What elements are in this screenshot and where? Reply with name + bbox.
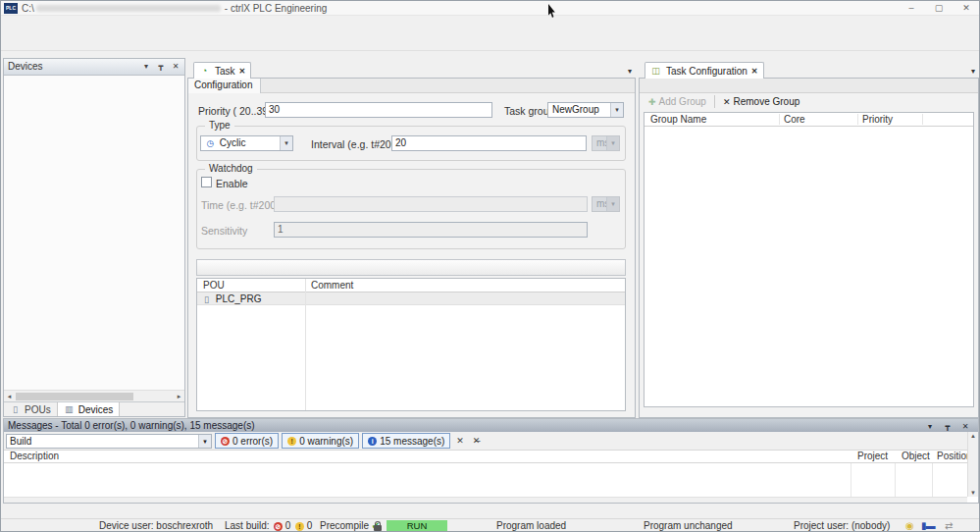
notification-bulb-icon[interactable]: ◉	[905, 520, 914, 531]
devices-tree	[4, 76, 184, 389]
panel-dropdown-icon[interactable]: ▾	[139, 61, 153, 73]
app-icon: PLC	[4, 3, 18, 14]
menu-bar	[1, 16, 979, 29]
error-icon: ⊘	[221, 437, 230, 446]
info-icon: i	[368, 437, 377, 446]
core-column-header[interactable]: Core	[780, 114, 858, 125]
watchdog-legend: Watchdog	[205, 163, 257, 174]
editor-tab-task[interactable]: ◔ Task ✕	[193, 62, 251, 79]
title-path-prefix: C:\	[22, 3, 34, 14]
ctrlx-plc-engineering-window: PLC C:\- ctrlX PLC Engineering – ▢ ✕ Dev…	[0, 0, 980, 532]
window-title: C:\- ctrlX PLC Engineering	[22, 3, 327, 14]
comment-column-header[interactable]: Comment	[311, 279, 353, 292]
watchdog-enable-label: Enable	[216, 178, 248, 189]
messages-panel: Messages - Total 0 error(s), 0 warning(s…	[3, 418, 979, 504]
message-category-combo[interactable]: Build ▾	[6, 434, 212, 449]
watchdog-time-input	[274, 196, 588, 212]
editor-subtab-strip: Configuration	[188, 79, 635, 93]
remove-group-button[interactable]: ✕Remove Group	[718, 96, 804, 107]
sensitivity-label: Sensitivity	[201, 225, 247, 237]
project-column-header[interactable]: Project	[857, 451, 888, 462]
devices-hscrollbar[interactable]: ◂ ▸	[4, 390, 184, 401]
status-bar: Device user: boschrexroth Last build: ⊘ …	[1, 518, 979, 532]
priority-column-header[interactable]: Priority	[858, 114, 923, 125]
task-configuration-panel: ✚Add Group ✕Remove Group Group Name Core…	[639, 78, 979, 418]
priority-input[interactable]: 30	[265, 102, 492, 118]
close-button[interactable]: ✕	[954, 1, 979, 16]
chevron-down-icon[interactable]: ▾	[280, 136, 292, 150]
watchdog-enable-checkbox[interactable]	[201, 177, 212, 187]
warnings-filter-button[interactable]: !0 warning(s)	[282, 433, 359, 449]
tab-close-icon[interactable]: ✕	[239, 67, 246, 76]
messages-vscrollbar[interactable]: ▲ ▼	[967, 432, 978, 497]
lock-icon	[374, 525, 382, 531]
scroll-up-icon[interactable]: ▲	[970, 433, 976, 439]
main-toolbar	[1, 29, 979, 51]
chevron-down-icon[interactable]: ▾	[198, 435, 211, 448]
scroll-right-icon[interactable]: ▸	[174, 392, 184, 401]
last-build-label: Last build:	[225, 520, 270, 531]
group-name-column-header[interactable]: Group Name	[645, 114, 780, 125]
scroll-left-icon[interactable]: ◂	[4, 392, 15, 401]
errors-filter-button[interactable]: ⊘0 error(s)	[215, 433, 279, 449]
clock-icon: ◷	[205, 136, 216, 150]
messages-filter-button[interactable]: i15 message(s)	[362, 433, 450, 449]
devices-tab-icon: ▥	[64, 404, 75, 414]
editor-tab-list-dropdown-icon[interactable]: ▾	[628, 67, 632, 76]
program-unchanged-status: Program unchanged	[644, 520, 733, 531]
clear-all-messages-icon[interactable]: ✕̶	[470, 436, 484, 446]
warning-icon: !	[287, 437, 296, 446]
interval-input[interactable]: 20	[391, 135, 587, 151]
pou-column-header[interactable]: POU	[203, 279, 225, 292]
connection-icon: ▮▬	[921, 520, 935, 531]
tab-list-dropdown-icon[interactable]: ▾	[971, 67, 975, 76]
program-loaded-status: Program loaded	[496, 520, 566, 531]
sensitivity-input[interactable]: 1	[274, 222, 588, 238]
tab-close-icon[interactable]: ✕	[751, 67, 758, 76]
scroll-down-icon[interactable]: ▼	[970, 490, 976, 496]
pou-call-row[interactable]: ▯ PLC_PRG	[197, 293, 625, 305]
panel-pin-icon[interactable]: ┳	[154, 61, 168, 73]
last-build-errors: ⊘ 0	[274, 520, 290, 531]
clear-messages-icon[interactable]: ✕	[453, 436, 467, 446]
watchdog-group: Watchdog Enable Time (e.g. t#200ms) ms ▾…	[196, 169, 626, 249]
title-app-name: - ctrlX PLC Engineering	[225, 3, 328, 14]
last-build-warnings: ! 0	[295, 520, 312, 531]
scrollbar-thumb[interactable]	[16, 393, 133, 400]
messages-header: Messages - Total 0 error(s), 0 warning(s…	[4, 419, 978, 432]
interval-unit-combo: ms ▾	[592, 135, 620, 151]
panel-close-icon[interactable]: ✕	[169, 61, 182, 73]
chevron-down-icon: ▾	[606, 136, 619, 150]
warning-icon: !	[295, 522, 304, 531]
task-panel-tabs	[640, 79, 978, 93]
description-column-header[interactable]: Description	[10, 451, 59, 462]
maximize-button[interactable]: ▢	[926, 1, 952, 16]
minimize-button[interactable]: –	[899, 1, 924, 16]
tab-task-configuration[interactable]: ◫ Task Configuration ✕	[645, 62, 764, 79]
task-group-combo[interactable]: NewGroup ▾	[547, 102, 624, 118]
task-groups-toolbar: ✚Add Group ✕Remove Group	[640, 93, 978, 110]
tab-pous[interactable]: ▯POUs	[4, 402, 58, 416]
device-user-status: Device user: boschrexroth	[99, 520, 213, 531]
messages-hscrollbar[interactable]	[4, 497, 967, 503]
messages-table-body	[4, 463, 978, 499]
devices-panel-header: Devices ▾ ┳ ✕	[4, 59, 184, 76]
task-type-combo[interactable]: ◷ Cyclic ▾	[200, 135, 293, 151]
devices-panel-title: Devices	[8, 61, 43, 72]
pou-table-header: POU Comment	[197, 279, 625, 293]
editor-tab-strip: ◔ Task ✕ ▾	[187, 62, 636, 79]
devices-panel: Devices ▾ ┳ ✕ ◂ ▸ ▯POUs ▥Devices	[3, 58, 185, 417]
panel-pin-icon[interactable]: ┳	[941, 420, 954, 433]
tab-devices[interactable]: ▥Devices	[58, 402, 121, 416]
navigator-tabs: ▯POUs ▥Devices	[4, 401, 184, 416]
tab-configuration[interactable]: Configuration	[188, 79, 261, 93]
task-groups-header: Group Name Core Priority	[645, 113, 973, 127]
object-column-header[interactable]: Object	[902, 451, 930, 462]
task-icon: ◔	[199, 66, 210, 76]
add-group-button: ✚Add Group	[644, 96, 711, 107]
chevron-down-icon[interactable]: ▾	[610, 103, 623, 117]
chevron-down-icon: ▾	[606, 197, 619, 211]
pou-call-icon: ▯	[201, 293, 212, 306]
run-state-badge: RUN	[387, 520, 447, 532]
panel-dropdown-icon[interactable]: ▾	[923, 420, 937, 433]
